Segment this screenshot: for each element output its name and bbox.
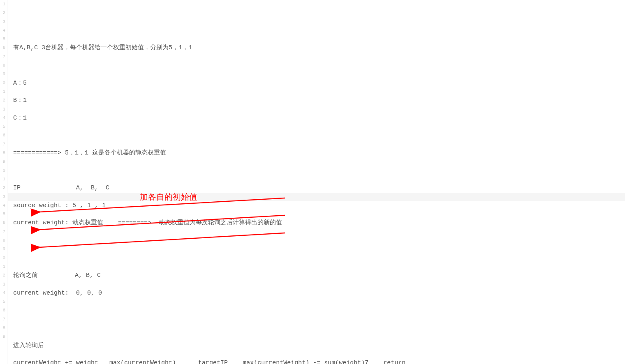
gutter-num: 9 [0,332,5,341]
gutter-num: 8 [0,236,5,245]
machine-a: A：5 [13,79,416,88]
gutter-num: 1 [0,0,5,9]
before-poll-label: 轮询之前 A, B, C [13,271,416,280]
gutter-num: 2 [0,96,5,105]
gutter-num: 0 [0,166,5,175]
gutter-num: 7 [0,140,5,149]
gutter-num: 2 [0,9,5,17]
gutter-num: 3 [0,280,5,289]
gutter-num: 7 [0,228,5,236]
gutter-num: 1 [0,175,5,184]
gutter-num: 6 [0,306,5,315]
gutter-num: 4 [0,289,5,297]
table-header: currentWeight += weight max(currentWeigh… [13,359,416,364]
gutter-num: 0 [0,79,5,88]
gutter-num: 5 [0,35,5,44]
gutter-num: 9 [0,245,5,253]
gutter-num: 8 [0,324,5,332]
gutter-num: 4 [0,201,5,210]
static-weight-line: ============> 5，1，1 这是各个机器的静态权重值 [13,149,416,157]
gutter-num: 0 [0,254,5,263]
gutter-num: 8 [0,149,5,157]
current-weight-desc: current weight: 动态权重值 ========> 动态权重值为每次… [13,219,416,227]
gutter-num: 5 [0,297,5,306]
intro-text: 有A,B,C 3台机器，每个机器给一个权重初始值，分别为5，1，1 [13,44,416,52]
editor-content[interactable]: 有A,B,C 3台机器，每个机器给一个权重初始值，分别为5，1，1 A：5 B：… [13,0,416,364]
before-poll-values: current weight: 0, 0, 0 [13,289,416,297]
after-poll-label: 进入轮询后 [13,341,416,350]
gutter-num: 9 [0,157,5,166]
gutter-num: 5 [0,122,5,131]
gutter-num: 7 [0,53,5,61]
gutter-num: 3 [0,193,5,201]
machine-b: B：1 [13,96,416,105]
ip-header: IP A, B, C [13,184,416,192]
machine-c: C：1 [13,114,416,122]
gutter-num: 6 [0,131,5,140]
gutter-num: 3 [0,18,5,26]
gutter-num: 1 [0,263,5,271]
gutter-num: 2 [0,271,5,280]
annotation-text: 加各自的初始值 [140,191,197,203]
gutter-num: 1 [0,88,5,96]
gutter-num: 4 [0,114,5,122]
gutter-num: 8 [0,61,5,70]
gutter-num: 3 [0,105,5,114]
gutter-num: 6 [0,44,5,52]
gutter-num: 5 [0,210,5,219]
gutter-num: 4 [0,26,5,35]
gutter-num: 6 [0,219,5,227]
gutter-num: 7 [0,315,5,324]
gutter-num: 9 [0,70,5,78]
source-weight: source weight : 5 , 1 , 1 [13,201,416,210]
gutter-num: 2 [0,184,5,192]
line-gutter: 1 2 3 4 5 6 7 8 9 0 1 2 3 4 5 6 7 8 9 0 … [0,0,7,364]
